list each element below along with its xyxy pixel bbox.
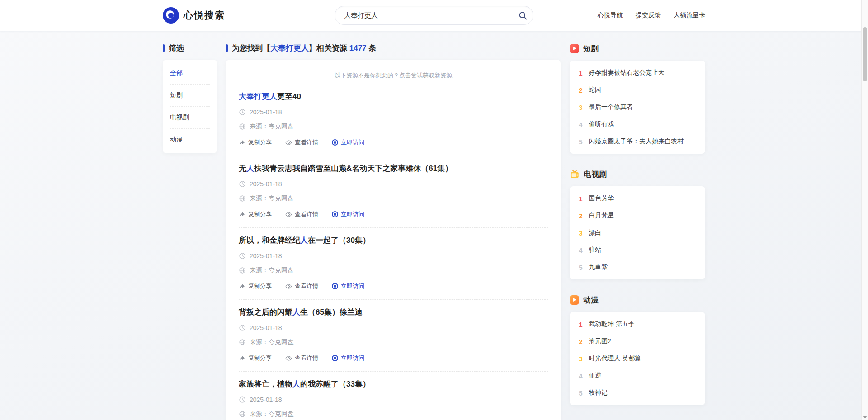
result-date: 2025-01-18 (239, 180, 548, 188)
rank-item[interactable]: 5牧神记 (578, 384, 697, 401)
visit-now-button[interactable]: 立即访问 (332, 282, 364, 290)
filter-item-tv-series[interactable]: 电视剧 (170, 107, 210, 129)
nav-link-data-card[interactable]: 大额流量卡 (674, 11, 705, 19)
result-actions: 复制分享 查看详情 立即访问 (239, 282, 548, 290)
result-date: 2025-01-18 (239, 396, 548, 403)
summary-keyword: 大奉打更人 (270, 44, 309, 52)
globe-icon (239, 267, 246, 274)
filter-item-all[interactable]: 全部 (170, 62, 210, 85)
filter-item-short-drama[interactable]: 短剧 (170, 85, 210, 107)
filter-column: 筛选 全部 短剧 电视剧 动漫 (163, 42, 217, 153)
rank-item[interactable]: 4驻站 (578, 241, 697, 259)
scrollbar[interactable] (861, 0, 868, 420)
view-detail-button[interactable]: 查看详情 (285, 210, 318, 218)
result-title[interactable]: 家族将亡，植物人的我苏醒了（33集） (239, 379, 548, 389)
short-drama-play-icon (570, 44, 579, 53)
result-title[interactable]: 所以，和金牌经纪人在一起了（30集） (239, 235, 548, 245)
result-title[interactable]: 无人扶我青云志我自踏雪至山巅&名动天下之家事难休（61集） (239, 163, 548, 174)
rank-section-header: 电视剧 (570, 168, 705, 180)
result-source: 来源：夸克网盘 (239, 338, 548, 346)
clock-icon (239, 180, 246, 188)
result-actions: 复制分享 查看详情 立即访问 (239, 138, 548, 146)
view-detail-button[interactable]: 查看详情 (285, 354, 318, 362)
results-summary: 为您找到【大奉打更人】相关资源 1477 条 (226, 42, 561, 53)
share-icon (239, 211, 245, 218)
result-item: 无人扶我青云志我自踏雪至山巅&名动天下之家事难休（61集） 2025-01-18… (239, 156, 548, 228)
result-title[interactable]: 背叛之后的闪耀人生（65集）徐兰迪 (239, 307, 548, 317)
eye-icon (285, 355, 292, 362)
copy-share-button[interactable]: 复制分享 (239, 282, 272, 290)
rank-item[interactable]: 2蛇园 (578, 81, 697, 99)
rank-item[interactable]: 1武动乾坤 第五季 (578, 316, 697, 333)
rank-item[interactable]: 1国色芳华 (578, 190, 697, 207)
nav-link-feedback[interactable]: 提交反馈 (636, 11, 661, 19)
share-icon (239, 139, 245, 146)
accent-bar (163, 44, 165, 52)
visit-now-button[interactable]: 立即访问 (332, 138, 364, 146)
visit-target-icon (332, 355, 338, 361)
filter-item-anime[interactable]: 动漫 (170, 129, 210, 151)
visit-now-button[interactable]: 立即访问 (332, 210, 364, 218)
globe-icon (239, 411, 246, 418)
copy-share-button[interactable]: 复制分享 (239, 138, 272, 146)
result-date: 2025-01-18 (239, 252, 548, 260)
rank-item[interactable]: 4偷听有戏 (578, 116, 697, 133)
rank-section-header: 动漫 (570, 294, 705, 306)
globe-icon (239, 123, 246, 130)
share-icon (239, 355, 245, 362)
result-source: 来源：夸克网盘 (239, 123, 548, 131)
result-actions: 复制分享 查看详情 立即访问 (239, 354, 548, 362)
result-source: 来源：夸克网盘 (239, 266, 548, 274)
copy-share-button[interactable]: 复制分享 (239, 210, 272, 218)
rank-item[interactable]: 2沧元图2 (578, 333, 697, 350)
visit-target-icon (332, 283, 338, 289)
anime-play-icon (570, 295, 579, 305)
rank-item[interactable]: 3漂白 (578, 224, 697, 241)
title-keyword: 人 (246, 164, 254, 173)
filter-title: 筛选 (163, 42, 217, 53)
rankings-column: 短剧 1好孕甜妻被钻石老公宠上天 2蛇园 3最后一个修真者 4偷听有戏 5闪婚京… (570, 42, 705, 420)
rank-item[interactable]: 2白月梵星 (578, 207, 697, 224)
result-date: 2025-01-18 (239, 109, 548, 116)
scrollbar-thumb[interactable] (863, 27, 867, 81)
rank-item[interactable]: 3时光代理人 英都篇 (578, 350, 697, 367)
brand-logo-icon (163, 7, 179, 24)
tv-icon (570, 169, 580, 179)
nav-link-xinyue-nav[interactable]: 心悦导航 (598, 11, 623, 19)
rank-item[interactable]: 5闪婚京圈太子爷：夫人她来自农村 (578, 133, 697, 150)
result-item: 家族将亡，植物人的我苏醒了（33集） 2025-01-18 来源：夸克网盘 (239, 372, 548, 420)
header: 心悦搜索 心悦导航 提交反馈 大额流量卡 (0, 0, 868, 31)
copy-share-button[interactable]: 复制分享 (239, 354, 272, 362)
visit-target-icon (332, 211, 338, 217)
search-icon (518, 11, 528, 20)
clock-icon (239, 252, 246, 260)
results-column: 为您找到【大奉打更人】相关资源 1477 条 以下资源不是你想要的？点击尝试获取… (226, 42, 561, 420)
globe-icon (239, 339, 246, 346)
rank-item[interactable]: 3最后一个修真者 (578, 99, 697, 116)
visit-now-button[interactable]: 立即访问 (332, 354, 364, 362)
visit-target-icon (332, 139, 338, 146)
summary-count: 1477 (349, 44, 367, 52)
rank-item[interactable]: 1好孕甜妻被钻石老公宠上天 (578, 64, 697, 81)
rank-item[interactable]: 5九重紫 (578, 259, 697, 276)
clock-icon (239, 396, 246, 403)
rank-section-tv-series: 电视剧 1国色芳华 2白月梵星 3漂白 4驻站 5九重紫 (570, 168, 705, 279)
search-box (335, 6, 533, 25)
result-title[interactable]: 大奉打更人更至40 (239, 91, 548, 102)
title-keyword: 人 (292, 308, 300, 316)
rank-item[interactable]: 4仙逆 (578, 367, 697, 384)
title-keyword: 人 (292, 380, 300, 388)
result-item: 背叛之后的闪耀人生（65集）徐兰迪 2025-01-18 来源：夸克网盘 复制分… (239, 300, 548, 372)
eye-icon (285, 211, 292, 218)
top-nav: 心悦导航 提交反馈 大额流量卡 (588, 11, 705, 19)
share-icon (239, 283, 245, 290)
view-detail-button[interactable]: 查看详情 (285, 138, 318, 146)
rank-section-short-drama: 短剧 1好孕甜妻被钻石老公宠上天 2蛇园 3最后一个修真者 4偷听有戏 5闪婚京… (570, 42, 705, 154)
result-item: 大奉打更人更至40 2025-01-18 来源：夸克网盘 复制分享 查看详情 立… (239, 84, 548, 156)
search-button[interactable] (515, 8, 530, 23)
view-detail-button[interactable]: 查看详情 (285, 282, 318, 290)
search-input[interactable] (344, 12, 515, 19)
refresh-notice[interactable]: 以下资源不是你想要的？点击尝试获取新资源 (239, 70, 548, 84)
scrollbar-down-arrow-icon[interactable] (863, 415, 867, 419)
brand[interactable]: 心悦搜索 (163, 7, 280, 24)
